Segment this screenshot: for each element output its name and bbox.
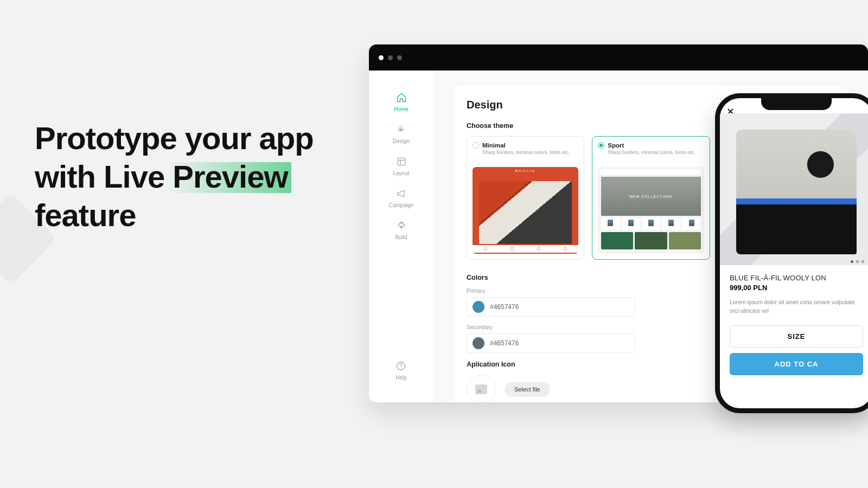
sidebar-item-design[interactable]: Design [393, 124, 410, 144]
image-placeholder-icon [475, 384, 487, 394]
sidebar-label: Build [395, 234, 407, 240]
theme-card-minimal[interactable]: Minimal Sharp borders, minimal colors, f… [467, 136, 584, 260]
home-icon [396, 92, 407, 103]
carousel-dots[interactable] [851, 260, 864, 263]
sidebar-item-layout[interactable]: Layout [393, 156, 409, 176]
theme-desc: Sharp borders, minimal colors, fonts etc… [608, 150, 704, 163]
secondary-swatch [473, 337, 484, 349]
primary-value: #4657476 [490, 303, 519, 311]
sidebar-label: Layout [393, 170, 409, 176]
product-name: BLUE FIL-À-FIL WOOLY LON [730, 274, 863, 282]
phone-preview: ✕ BLUE FIL-À-FIL WOOLY LON 999,00 PLN Lo… [715, 93, 868, 413]
design-icon [395, 124, 406, 135]
window-titlebar [369, 44, 868, 70]
sidebar-item-help[interactable]: Help [395, 361, 407, 381]
secondary-color-input[interactable]: #4657476 [467, 333, 635, 353]
preview-hero-text: NEW COLLECTION! [601, 177, 700, 216]
hero-line-2a: with Live [35, 159, 173, 194]
primary-swatch [473, 301, 484, 313]
app-icon-slot[interactable] [467, 375, 496, 402]
theme-name: Minimal [482, 142, 506, 149]
hero-line-1: Prototype your app [35, 120, 314, 156]
secondary-value: #4657476 [490, 339, 519, 347]
sidebar-item-home[interactable]: Home [394, 92, 409, 112]
product-price: 999,00 PLN [730, 284, 863, 292]
hero-headline: Prototype your app with Live Preview fea… [35, 119, 339, 234]
radio-icon [598, 142, 604, 149]
window-dot-min[interactable] [388, 55, 393, 60]
preview-brand: BOILLIO [473, 169, 578, 172]
sidebar-label: Campaign [389, 202, 414, 208]
hero-line-3: feature [35, 197, 136, 233]
sidebar-item-campaign[interactable]: Campaign [389, 188, 414, 208]
theme-preview-minimal: BOILLIO [473, 167, 578, 254]
phone-notch [761, 98, 832, 110]
build-icon [396, 220, 407, 231]
sidebar-label: Design [393, 138, 410, 144]
select-file-button[interactable]: Select file [505, 382, 550, 397]
theme-name: Sport [608, 142, 624, 149]
size-button[interactable]: SIZE [730, 325, 863, 348]
sidebar: Home Design Layout Campaign [369, 70, 434, 402]
hero-highlight: Preview [173, 159, 288, 194]
primary-color-input[interactable]: #4657476 [467, 297, 635, 317]
theme-card-sport[interactable]: Sport Sharp borders, minimal colors, fon… [592, 136, 710, 260]
product-image [720, 113, 868, 265]
radio-icon [473, 142, 479, 149]
sidebar-label: Home [394, 106, 409, 112]
svg-rect-1 [398, 158, 405, 165]
theme-preview-sport: NEW COLLECTION! [598, 167, 704, 254]
window-dot-max[interactable] [397, 55, 402, 60]
campaign-icon [396, 188, 407, 199]
sidebar-item-build[interactable]: Build [395, 220, 407, 240]
theme-desc: Sharp borders, minimal colors, fonts etc… [482, 150, 578, 163]
window-dot-close[interactable] [379, 55, 384, 60]
product-desc: Lorem ipsum dolor sit amet cons ornare v… [730, 298, 863, 316]
layout-icon [396, 156, 407, 167]
sidebar-label: Help [395, 375, 407, 381]
help-icon [395, 361, 406, 371]
add-to-cart-button[interactable]: ADD TO CA [730, 353, 863, 375]
